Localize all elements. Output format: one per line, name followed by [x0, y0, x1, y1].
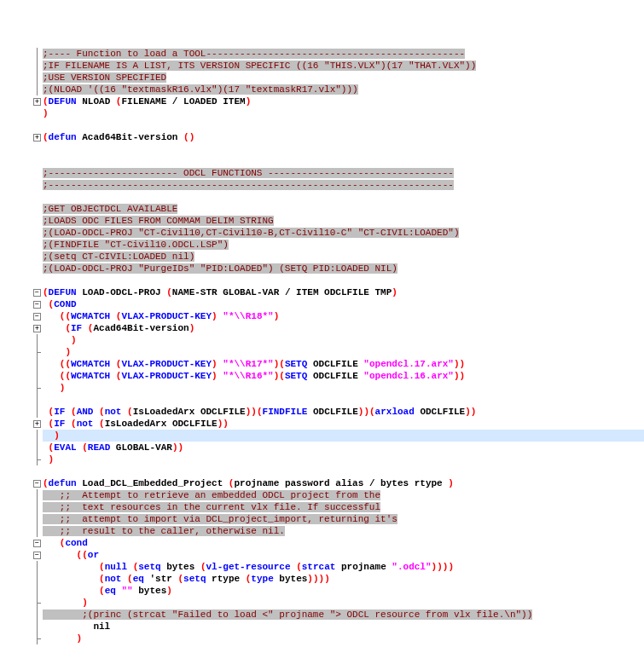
fold-collapse-icon[interactable]: −	[33, 480, 41, 488]
fold-line	[33, 573, 41, 585]
code-line[interactable]: )	[43, 633, 644, 644]
code-line[interactable]	[43, 143, 644, 155]
code-line[interactable]: ;(setq CT-CIVIL:LOADED nil)	[43, 251, 644, 263]
code-line[interactable]: (DEFUN NLOAD (FILENAME / LOADED ITEM)	[43, 95, 644, 107]
code-line[interactable]: (eq "" bytes)	[43, 585, 644, 597]
code-line[interactable]: (COND	[43, 298, 644, 310]
fold-line	[33, 501, 41, 513]
code-line[interactable]: ((WCMATCH (VLAX-PRODUCT-KEY) "*\\R17*")(…	[43, 358, 644, 370]
code-line[interactable]: ;----------------------- ODCL FUNCTIONS …	[43, 167, 644, 179]
code-line[interactable]: (cond	[43, 537, 644, 549]
code-line[interactable]: (defun Acad64Bit-version ()	[43, 131, 644, 143]
fold-end	[33, 453, 41, 465]
fold-line	[33, 489, 41, 501]
code-line[interactable]: ;; result to the caller, otherwise nil.	[43, 525, 644, 537]
code-line[interactable]: ;---- Function to load a TOOL-----------…	[43, 48, 644, 60]
code-line[interactable]: ;GET OBJECTDCL AVAILABLE	[43, 203, 644, 215]
fold-line	[33, 442, 41, 453]
fold-expand-icon[interactable]: +	[33, 134, 41, 142]
code-line[interactable]: (not (eq 'str (setq rtype (type bytes)))…	[43, 573, 644, 585]
code-line[interactable]: ;USE VERSION SPECIFIED	[43, 72, 644, 84]
code-line[interactable]: ;IF FILENAME IS A LIST, ITS VERSION SPEC…	[43, 60, 644, 72]
code-line[interactable]: ;(princ (strcat "Failed to load <" projn…	[43, 609, 644, 621]
code-line[interactable]	[43, 465, 644, 477]
fold-line	[33, 525, 41, 537]
code-editor[interactable]: ++−−−++−−− ;---- Function to load a TOOL…	[0, 48, 644, 644]
fold-line	[33, 609, 41, 621]
code-line[interactable]: ;; text resources in the current vlx fil…	[43, 501, 644, 513]
code-line[interactable]: )	[43, 430, 644, 442]
fold-line	[33, 358, 41, 370]
code-line[interactable]: ((or	[43, 549, 644, 561]
code-line[interactable]: (IF (AND (not (IsLoadedArx ODCLFILE))(FI…	[43, 406, 644, 418]
fold-end	[33, 633, 41, 644]
code-line[interactable]: (DEFUN LOAD-ODCL-PROJ (NAME-STR GLOBAL-V…	[43, 286, 644, 298]
fold-line	[33, 72, 41, 84]
code-line[interactable]: )	[43, 107, 644, 119]
fold-collapse-icon[interactable]: −	[33, 313, 41, 321]
fold-line	[33, 430, 41, 442]
code-line[interactable]: ;(NLOAD '((16 "textmaskR16.vlx")(17 "tex…	[43, 84, 644, 95]
fold-end	[33, 346, 41, 358]
code-line[interactable]	[43, 191, 644, 203]
fold-expand-icon[interactable]: +	[33, 420, 41, 428]
code-line[interactable]: (EVAL (READ GLOBAL-VAR))	[43, 442, 644, 453]
code-line[interactable]: )	[43, 346, 644, 358]
fold-line	[33, 394, 41, 406]
code-line[interactable]: (defun Load_DCL_Embedded_Project (projna…	[43, 477, 644, 489]
code-line[interactable]: (IF (not (IsLoadedArx ODCLFILE))	[43, 418, 644, 430]
code-line[interactable]	[43, 394, 644, 406]
code-line[interactable]: ;; attempt to import via DCL_project_imp…	[43, 513, 644, 525]
fold-line	[33, 334, 41, 346]
code-line[interactable]: ;(LOAD-ODCL-PROJ "CT-Civil10,CT-Civil10-…	[43, 227, 644, 239]
code-area[interactable]: ;---- Function to load a TOOL-----------…	[43, 48, 644, 644]
code-line[interactable]	[43, 274, 644, 286]
code-line[interactable]: ((WCMATCH (VLAX-PRODUCT-KEY) "*\\R16*")(…	[43, 370, 644, 382]
code-line[interactable]: ;; Attempt to retrieve an embedded ODCL …	[43, 489, 644, 501]
fold-line	[33, 513, 41, 525]
code-line[interactable]: ;(FINDFILE "CT-Civil10.ODCL.LSP")	[43, 239, 644, 251]
fold-line	[33, 561, 41, 573]
code-line[interactable]: (IF (Acad64Bit-version)	[43, 322, 644, 334]
fold-collapse-icon[interactable]: −	[33, 552, 41, 559]
fold-line	[33, 585, 41, 597]
fold-line	[33, 370, 41, 382]
fold-line	[33, 60, 41, 72]
fold-collapse-icon[interactable]: −	[33, 540, 41, 547]
fold-line	[33, 48, 41, 60]
fold-collapse-icon[interactable]: −	[33, 301, 41, 309]
fold-end	[33, 382, 41, 394]
code-line[interactable]: ;---------------------------------------…	[43, 179, 644, 191]
code-line[interactable]: )	[43, 382, 644, 394]
code-line[interactable]	[43, 119, 644, 131]
code-line[interactable]: )	[43, 334, 644, 346]
code-line[interactable]: ;(LOAD-ODCL-PROJ "PurgeIDs" "PID:LOADED"…	[43, 263, 644, 274]
fold-end	[33, 597, 41, 609]
fold-line	[33, 84, 41, 95]
code-line[interactable]: nil	[43, 621, 644, 633]
fold-line	[33, 406, 41, 418]
code-line[interactable]: )	[43, 597, 644, 609]
code-line[interactable]: )	[43, 453, 644, 465]
fold-line	[33, 621, 41, 633]
code-line[interactable]: ;LOADS ODC FILES FROM COMMAM DELIM STRIN…	[43, 215, 644, 227]
code-line[interactable]: (null (setq bytes (vl-get-resource (strc…	[43, 561, 644, 573]
code-line[interactable]	[43, 155, 644, 167]
fold-collapse-icon[interactable]: −	[33, 289, 41, 297]
code-line[interactable]: ((WCMATCH (VLAX-PRODUCT-KEY) "*\\R18*")	[43, 310, 644, 322]
fold-expand-icon[interactable]: +	[33, 325, 41, 332]
fold-gutter: ++−−−++−−−	[0, 48, 43, 644]
fold-expand-icon[interactable]: +	[33, 98, 41, 106]
